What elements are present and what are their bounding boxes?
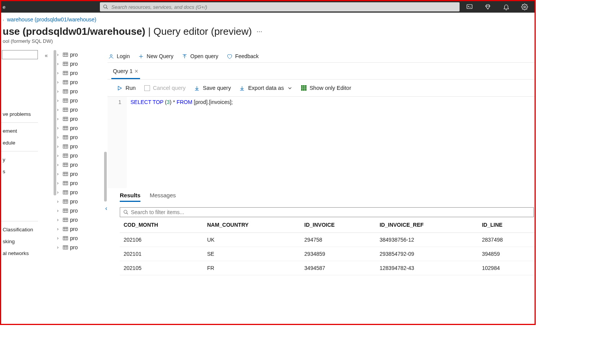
play-icon (117, 85, 122, 91)
run-button[interactable]: Run (117, 85, 136, 91)
tree-table-item[interactable]: ›pro (57, 59, 104, 68)
sidebar-item[interactable]: s (2, 166, 39, 177)
tree-table-item[interactable]: ›pro (57, 78, 104, 87)
messages-tab[interactable]: Messages (150, 192, 176, 202)
topbar: e (1, 1, 535, 13)
chevron-right-icon: › (57, 52, 61, 57)
tree-table-item[interactable]: ›pro (57, 169, 104, 179)
plus-icon (138, 54, 144, 59)
object-explorer: ›pro›pro›pro›pro›pro›pro›pro›pro›pro›pro… (53, 50, 108, 321)
page-subtitle: ool (formerly SQL DW) (1, 38, 535, 50)
tree-table-item[interactable]: ›pro (57, 215, 104, 224)
scrollbar[interactable] (53, 50, 57, 321)
tree-table-item[interactable]: ›pro (57, 133, 104, 142)
sidebar-item[interactable]: y (2, 154, 39, 166)
column-header[interactable]: COD_MONTH (120, 217, 203, 233)
svg-line-1 (106, 8, 108, 9)
query-tabs: Query 1 ✕ (108, 63, 535, 80)
collapse-panel-icon[interactable]: ‹ (105, 205, 107, 212)
more-menu-icon[interactable]: ··· (256, 28, 262, 36)
results-filter-input[interactable] (131, 209, 530, 215)
directory-icon[interactable] (479, 1, 497, 13)
table-row[interactable]: 202101SE2934859293854792-09394859 (120, 247, 535, 261)
tree-table-item[interactable]: ›pro (57, 197, 104, 206)
close-tab-icon[interactable]: ✕ (134, 68, 139, 74)
tree-table-item[interactable]: ›pro (57, 114, 104, 123)
breadcrumb-link[interactable]: warehouse (prodsqldw01/warehouse) (7, 16, 96, 23)
tree-table-item[interactable]: ›pro (57, 50, 104, 59)
column-header[interactable]: ID_LINE (478, 217, 535, 233)
svg-rect-10 (63, 62, 68, 65)
query-tab[interactable]: Query 1 ✕ (111, 66, 140, 79)
chevron-right-icon: › (3, 18, 4, 22)
sidebar-item[interactable]: ement (2, 125, 39, 137)
chevron-right-icon: › (57, 226, 61, 232)
table-cell: FR (203, 261, 300, 275)
svg-rect-6 (63, 53, 68, 56)
sidebar-item[interactable]: edule (2, 137, 39, 149)
table-cell: 202105 (120, 261, 203, 275)
tree-table-item[interactable]: ›pro (57, 243, 104, 252)
tree-table-item[interactable]: ›pro (57, 188, 104, 197)
svg-rect-58 (63, 172, 68, 176)
login-button[interactable]: Login (108, 53, 130, 59)
scrollbar[interactable] (104, 50, 108, 321)
svg-rect-26 (63, 99, 68, 102)
chevron-right-icon: › (57, 171, 61, 177)
chevron-right-icon: › (57, 190, 61, 195)
save-query-button[interactable]: Save query (194, 85, 231, 91)
tree-table-item[interactable]: ›pro (57, 87, 104, 96)
results-panel: Results Messages COD_MONTHNAM_COUNTRYID_… (108, 188, 535, 321)
table-row[interactable]: 202106UK294758384938756-122837498 (120, 233, 535, 247)
tree-table-item[interactable]: ›pro (57, 68, 104, 78)
sidebar-item[interactable]: al networks (2, 247, 39, 259)
sidebar-item[interactable]: sking (2, 236, 39, 247)
sidebar-item[interactable]: ve problems (2, 108, 39, 120)
column-header[interactable]: ID_INVOICE_REF (376, 217, 478, 233)
upload-icon (182, 54, 188, 59)
chevron-down-icon (287, 85, 293, 91)
sidebar-item[interactable]: Classification (2, 224, 39, 236)
open-query-button[interactable]: Open query (182, 53, 218, 59)
results-tab[interactable]: Results (120, 192, 140, 202)
tree-table-item[interactable]: ›pro (57, 160, 104, 169)
page-title: use (prodsqldw01/warehouse) | Query edit… (3, 26, 252, 37)
tree-table-item[interactable]: ›pro (57, 96, 104, 105)
chevron-right-icon: › (57, 70, 61, 76)
chevron-right-icon: › (57, 89, 61, 94)
column-header[interactable]: ID_INVOICE (300, 217, 376, 233)
chevron-right-icon: › (57, 180, 61, 186)
results-filter[interactable] (120, 207, 534, 217)
sql-editor[interactable]: 1 SELECT TOP (3) * FROM [prod].[invoices… (108, 96, 535, 188)
table-row[interactable]: 202105FR3494587128394782-43102984 (120, 261, 535, 275)
tree-table-item[interactable]: ›pro (57, 206, 104, 215)
svg-point-0 (104, 5, 107, 8)
svg-rect-78 (63, 218, 68, 221)
show-only-editor-button[interactable]: Show only Editor (301, 85, 351, 91)
tree-table-item[interactable]: ›pro (57, 105, 104, 114)
table-cell: 202106 (120, 233, 203, 247)
chevron-right-icon: › (57, 80, 61, 85)
export-data-button[interactable]: Export data as (239, 85, 293, 91)
tree-table-item[interactable]: ›pro (57, 123, 104, 133)
notifications-icon[interactable] (497, 1, 515, 13)
tree-table-item[interactable]: ›pro (57, 224, 104, 234)
new-query-button[interactable]: New Query (138, 53, 173, 59)
sidebar-search-input[interactable] (2, 50, 38, 59)
feedback-button[interactable]: Feedback (227, 53, 258, 59)
svg-rect-74 (63, 209, 68, 212)
tree-table-item[interactable]: ›pro (57, 142, 104, 151)
global-search[interactable] (100, 2, 460, 11)
cloud-shell-icon[interactable] (460, 1, 479, 13)
column-header[interactable]: NAM_COUNTRY (203, 217, 300, 233)
tree-table-item[interactable]: ›pro (57, 234, 104, 243)
global-search-input[interactable] (111, 4, 457, 10)
chevron-right-icon: › (57, 162, 61, 167)
svg-rect-42 (63, 135, 68, 139)
settings-icon[interactable] (515, 1, 534, 13)
collapse-sidebar-icon[interactable]: « (45, 52, 48, 58)
tree-table-item[interactable]: ›pro (57, 179, 104, 188)
code-content[interactable]: SELECT TOP (3) * FROM [prod].[invoices]; (127, 97, 236, 188)
tree-table-item[interactable]: ›pro (57, 151, 104, 160)
user-icon (108, 54, 114, 59)
